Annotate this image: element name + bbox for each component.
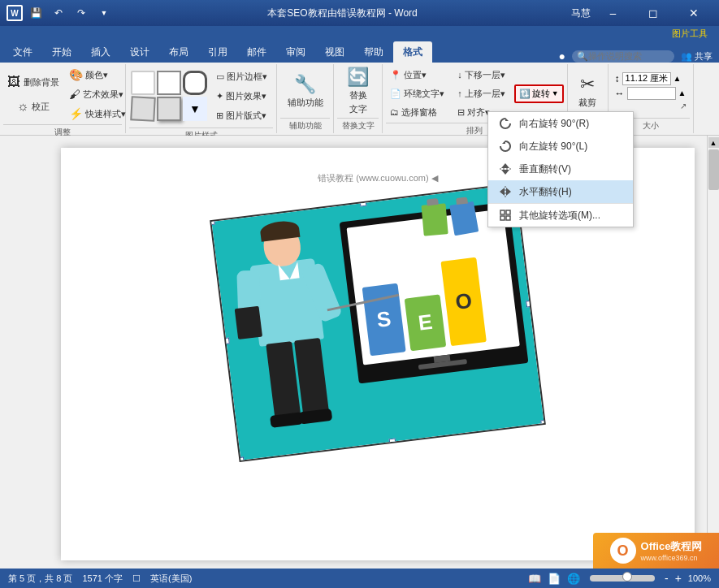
correction-btn[interactable]: ☼校正 bbox=[3, 95, 63, 118]
flip-horizontal-item[interactable]: 水平翻转(H) bbox=[488, 180, 633, 203]
tab-references[interactable]: 引用 bbox=[198, 41, 237, 63]
undo-quick-btn[interactable]: ↶ bbox=[49, 3, 68, 23]
picture-style-4[interactable] bbox=[130, 96, 156, 122]
rotate-left-icon bbox=[498, 139, 513, 153]
tab-design[interactable]: 设计 bbox=[120, 41, 159, 63]
search-input[interactable] bbox=[588, 51, 669, 61]
scroll-thumb[interactable] bbox=[708, 149, 719, 190]
selection-handle-bl[interactable] bbox=[237, 456, 245, 462]
ribbon-group-aux: 🔧 辅助功能 辅助功能 bbox=[277, 64, 334, 133]
tab-view[interactable]: 视图 bbox=[315, 41, 354, 63]
svg-marker-1 bbox=[501, 170, 509, 175]
color-btn[interactable]: 🎨颜色▾ bbox=[65, 66, 122, 84]
position-btn[interactable]: 📍 位置▾ bbox=[386, 66, 448, 84]
help-icon[interactable]: ● bbox=[559, 50, 565, 63]
minimize-btn[interactable]: ‒ bbox=[594, 0, 631, 26]
svg-marker-4 bbox=[506, 188, 511, 196]
height-input[interactable] bbox=[622, 72, 671, 85]
tab-mail[interactable]: 邮件 bbox=[237, 41, 276, 63]
page-view-btn[interactable]: 📄 bbox=[548, 573, 561, 585]
select-pane-btn[interactable]: 🗂 选择窗格 bbox=[386, 103, 448, 121]
wrap-text-btn[interactable]: 📄 环绕文字▾ bbox=[386, 84, 448, 102]
rotate-dropdown-arrow: ▼ bbox=[552, 89, 559, 97]
flip-vertical-item[interactable]: 垂直翻转(V) bbox=[488, 158, 633, 180]
rotate-icon: 🔃 bbox=[519, 89, 531, 99]
move-down-btn[interactable]: ↓ 下移一层▾ bbox=[453, 66, 509, 84]
more-options-icon bbox=[498, 208, 513, 223]
replace-label: 替换文字 bbox=[337, 118, 379, 132]
art-effect-btn[interactable]: 🖌艺术效果▾ bbox=[65, 85, 122, 103]
customize-quick-btn[interactable]: ▼ bbox=[94, 3, 114, 23]
picture-layout-btn[interactable]: ⊞ 图片版式▾ bbox=[212, 106, 271, 124]
selection-handle-tl[interactable] bbox=[210, 218, 215, 226]
tab-format[interactable]: 格式 bbox=[393, 41, 432, 63]
share-btn[interactable]: 👥 共享 bbox=[681, 50, 713, 63]
search-bar: 🔍 bbox=[572, 50, 674, 63]
picture-effect-btn[interactable]: ✦ 图片效果▾ bbox=[212, 87, 271, 105]
move-up-btn[interactable]: ↑ 上移一层▾ bbox=[453, 84, 509, 102]
picture-style-5[interactable] bbox=[157, 97, 181, 121]
crop-btn[interactable]: ✂ 裁剪 bbox=[571, 67, 604, 115]
tab-insert[interactable]: 插入 bbox=[81, 41, 120, 63]
picture-style-more[interactable]: ▼ bbox=[183, 97, 207, 121]
web-view-btn[interactable]: 🌐 bbox=[567, 573, 580, 585]
office-logo[interactable]: O Office教程网 www.office369.cn bbox=[593, 533, 719, 569]
height-up-arrow[interactable]: ▲ bbox=[674, 74, 682, 83]
office-logo-name: Office教程网 bbox=[641, 539, 703, 554]
user-name: 马慧 bbox=[571, 6, 591, 20]
rotate-handle[interactable] bbox=[356, 184, 366, 194]
picture-tools-label: 图片工具 bbox=[664, 26, 716, 41]
correction-mark[interactable]: ☐ bbox=[132, 573, 141, 584]
width-up-arrow[interactable]: ▲ bbox=[678, 89, 687, 97]
selection-handle-rc[interactable] bbox=[526, 300, 533, 308]
seo-bar-o: O bbox=[440, 257, 486, 347]
save-quick-btn[interactable]: 💾 bbox=[26, 3, 45, 23]
page-info: 第 5 页，共 8 页 bbox=[8, 573, 72, 585]
tab-file[interactable]: 文件 bbox=[3, 41, 42, 63]
rotate-label: 旋转 bbox=[532, 88, 550, 100]
ribbon-group-picture-styles: ▼ ▭ 图片边框▾ ✦ 图片效果▾ ⊞ 图片版式▾ 图片样式 bbox=[126, 64, 277, 133]
search-icon: 🔍 bbox=[577, 51, 588, 62]
picture-style-1[interactable] bbox=[131, 71, 155, 95]
rotate-right-90-item[interactable]: 向右旋转 90°(R) bbox=[488, 112, 633, 135]
rotate-btn[interactable]: 🔃 旋转 ▼ bbox=[514, 84, 564, 103]
flip-vertical-icon bbox=[498, 162, 513, 176]
selection-handle-bc[interactable] bbox=[389, 438, 396, 445]
zoom-plus[interactable]: + bbox=[675, 572, 682, 585]
close-btn[interactable]: ✕ bbox=[675, 0, 713, 26]
size-dialog-btn[interactable]: ↗ bbox=[615, 102, 687, 110]
replace-text-btn[interactable]: 🔄 替换 文字 bbox=[342, 67, 375, 115]
width-input[interactable] bbox=[627, 87, 676, 100]
tab-review[interactable]: 审阅 bbox=[276, 41, 315, 63]
read-view-btn[interactable]: 📖 bbox=[528, 573, 541, 585]
scroll-up-btn[interactable]: ▲ bbox=[708, 137, 719, 148]
picture-border-btn[interactable]: ▭ 图片边框▾ bbox=[212, 67, 271, 85]
zoom-thumb[interactable] bbox=[622, 572, 632, 582]
tab-layout[interactable]: 布局 bbox=[159, 41, 198, 63]
share-icon: 👥 bbox=[681, 51, 692, 62]
redo-quick-btn[interactable]: ↷ bbox=[71, 3, 91, 23]
tab-home[interactable]: 开始 bbox=[42, 41, 81, 63]
selection-handle-lc[interactable] bbox=[223, 337, 230, 344]
fast-style-btn[interactable]: ⚡快速样式▾ bbox=[65, 105, 122, 123]
language-label[interactable]: 英语(美国) bbox=[150, 573, 192, 585]
status-right: 📖 📄 🌐 - + 100% bbox=[528, 572, 711, 585]
rotate-right-90-label: 向右旋转 90°(R) bbox=[519, 117, 589, 131]
picture-style-2[interactable] bbox=[157, 71, 181, 95]
picture-style-3[interactable] bbox=[183, 71, 207, 95]
rotate-left-90-item[interactable]: 向左旋转 90°(L) bbox=[488, 135, 633, 158]
rotate-dropdown-menu: 向右旋转 90°(R) 向左旋转 90°(L) 垂直翻转(V) bbox=[487, 111, 634, 227]
zoom-minus[interactable]: - bbox=[665, 572, 669, 585]
selection-handle-tc[interactable] bbox=[360, 200, 367, 207]
selection-handle-br[interactable] bbox=[540, 420, 546, 427]
zoom-level[interactable]: 100% bbox=[688, 573, 711, 583]
svg-rect-6 bbox=[500, 210, 505, 214]
tab-help[interactable]: 帮助 bbox=[354, 41, 393, 63]
svg-rect-7 bbox=[506, 210, 510, 214]
more-rotate-options-item[interactable]: 其他旋转选项(M)... bbox=[488, 203, 633, 227]
delete-background-btn[interactable]: 🖼删除背景 bbox=[3, 71, 63, 93]
aux-btn[interactable]: 🔧 辅助功能 bbox=[284, 67, 327, 115]
person-book bbox=[235, 306, 262, 339]
restore-btn[interactable]: ◻ bbox=[635, 0, 672, 26]
zoom-slider[interactable] bbox=[590, 575, 655, 582]
